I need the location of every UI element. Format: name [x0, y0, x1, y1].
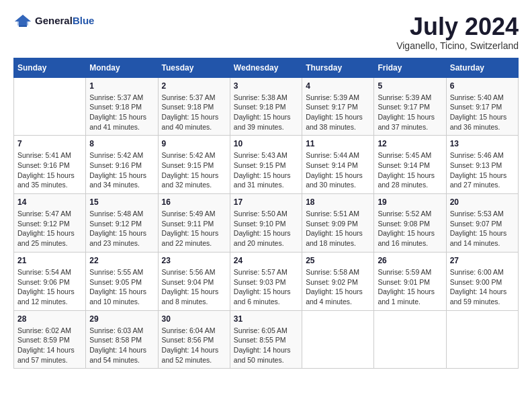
day-number: 30: [162, 314, 226, 324]
calendar-cell: 12Sunrise: 5:45 AM Sunset: 9:14 PM Dayli…: [374, 136, 446, 194]
calendar-cell: 15Sunrise: 5:48 AM Sunset: 9:12 PM Dayli…: [86, 194, 158, 253]
day-info: Sunrise: 5:40 AM Sunset: 9:17 PM Dayligh…: [450, 93, 515, 132]
logo-icon: [13, 13, 32, 28]
calendar-cell: 6Sunrise: 5:40 AM Sunset: 9:17 PM Daylig…: [446, 77, 518, 136]
day-number: 1: [89, 81, 154, 91]
day-number: 6: [450, 81, 515, 91]
day-info: Sunrise: 5:42 AM Sunset: 9:16 PM Dayligh…: [89, 150, 154, 190]
day-number: 11: [306, 139, 370, 148]
day-number: 19: [378, 197, 442, 207]
day-number: 22: [89, 256, 154, 265]
day-number: 9: [162, 139, 226, 148]
calendar-cell: 31Sunrise: 6:05 AM Sunset: 8:55 PM Dayli…: [230, 310, 302, 369]
calendar-cell: 22Sunrise: 5:55 AM Sunset: 9:05 PM Dayli…: [86, 252, 158, 310]
calendar-cell: 10Sunrise: 5:43 AM Sunset: 9:15 PM Dayli…: [230, 136, 302, 194]
day-info: Sunrise: 5:48 AM Sunset: 9:12 PM Dayligh…: [89, 209, 154, 248]
calendar-week-row: 1Sunrise: 5:37 AM Sunset: 9:18 PM Daylig…: [14, 77, 519, 136]
day-number: 20: [450, 197, 515, 207]
day-of-week-header: Friday: [374, 58, 446, 77]
day-info: Sunrise: 5:44 AM Sunset: 9:14 PM Dayligh…: [306, 150, 370, 190]
day-number: 8: [89, 139, 154, 148]
day-info: Sunrise: 5:56 AM Sunset: 9:04 PM Dayligh…: [162, 267, 226, 307]
day-info: Sunrise: 5:46 AM Sunset: 9:13 PM Dayligh…: [450, 150, 515, 190]
calendar-cell: 21Sunrise: 5:54 AM Sunset: 9:06 PM Dayli…: [14, 252, 86, 310]
logo-text: GeneralBlue: [35, 15, 94, 27]
calendar-cell: 27Sunrise: 6:00 AM Sunset: 9:00 PM Dayli…: [446, 252, 518, 310]
day-number: 17: [234, 197, 298, 207]
month-title: July 2024: [396, 13, 519, 40]
calendar-cell: 14Sunrise: 5:47 AM Sunset: 9:12 PM Dayli…: [14, 194, 86, 253]
day-number: 16: [162, 197, 226, 207]
day-info: Sunrise: 5:39 AM Sunset: 9:17 PM Dayligh…: [378, 93, 442, 132]
day-number: 3: [234, 81, 298, 91]
day-info: Sunrise: 5:51 AM Sunset: 9:09 PM Dayligh…: [306, 209, 370, 248]
day-number: 28: [17, 314, 82, 324]
calendar-cell: 19Sunrise: 5:52 AM Sunset: 9:08 PM Dayli…: [374, 194, 446, 253]
calendar-header-row: SundayMondayTuesdayWednesdayThursdayFrid…: [14, 58, 519, 77]
day-info: Sunrise: 5:39 AM Sunset: 9:17 PM Dayligh…: [306, 93, 370, 132]
day-info: Sunrise: 5:52 AM Sunset: 9:08 PM Dayligh…: [378, 209, 442, 248]
logo-general: General: [35, 15, 73, 26]
day-number: 10: [234, 139, 298, 148]
day-info: Sunrise: 6:04 AM Sunset: 8:56 PM Dayligh…: [162, 326, 226, 365]
calendar-cell: 20Sunrise: 5:53 AM Sunset: 9:07 PM Dayli…: [446, 194, 518, 253]
day-info: Sunrise: 5:49 AM Sunset: 9:11 PM Dayligh…: [162, 209, 226, 248]
day-of-week-header: Sunday: [14, 58, 86, 77]
day-info: Sunrise: 5:54 AM Sunset: 9:06 PM Dayligh…: [17, 267, 82, 307]
calendar-cell: 11Sunrise: 5:44 AM Sunset: 9:14 PM Dayli…: [302, 136, 374, 194]
day-of-week-header: Thursday: [302, 58, 374, 77]
day-info: Sunrise: 5:43 AM Sunset: 9:15 PM Dayligh…: [234, 150, 298, 190]
day-number: 13: [450, 139, 515, 148]
day-of-week-header: Tuesday: [158, 58, 230, 77]
day-info: Sunrise: 6:02 AM Sunset: 8:59 PM Dayligh…: [17, 326, 82, 365]
calendar-table: SundayMondayTuesdayWednesdayThursdayFrid…: [13, 58, 519, 369]
day-info: Sunrise: 5:59 AM Sunset: 9:01 PM Dayligh…: [378, 267, 442, 307]
calendar-cell: 25Sunrise: 5:58 AM Sunset: 9:02 PM Dayli…: [302, 252, 374, 310]
day-info: Sunrise: 5:58 AM Sunset: 9:02 PM Dayligh…: [306, 267, 370, 307]
day-number: 23: [162, 256, 226, 265]
calendar-cell: [302, 310, 374, 369]
day-number: 18: [306, 197, 370, 207]
calendar-cell: 18Sunrise: 5:51 AM Sunset: 9:09 PM Dayli…: [302, 194, 374, 253]
calendar-cell: 9Sunrise: 5:42 AM Sunset: 9:15 PM Daylig…: [158, 136, 230, 194]
calendar-cell: 3Sunrise: 5:38 AM Sunset: 9:18 PM Daylig…: [230, 77, 302, 136]
calendar-cell: 5Sunrise: 5:39 AM Sunset: 9:17 PM Daylig…: [374, 77, 446, 136]
title-block: July 2024 Viganello, Ticino, Switzerland: [396, 13, 519, 51]
day-number: 27: [450, 256, 515, 265]
calendar-cell: 8Sunrise: 5:42 AM Sunset: 9:16 PM Daylig…: [86, 136, 158, 194]
day-number: 26: [378, 256, 442, 265]
calendar-cell: 16Sunrise: 5:49 AM Sunset: 9:11 PM Dayli…: [158, 194, 230, 253]
calendar-cell: 29Sunrise: 6:03 AM Sunset: 8:58 PM Dayli…: [86, 310, 158, 369]
calendar-cell: 7Sunrise: 5:41 AM Sunset: 9:16 PM Daylig…: [14, 136, 86, 194]
day-number: 29: [89, 314, 154, 324]
calendar-week-row: 21Sunrise: 5:54 AM Sunset: 9:06 PM Dayli…: [14, 252, 519, 310]
calendar-cell: [446, 310, 518, 369]
calendar-cell: 23Sunrise: 5:56 AM Sunset: 9:04 PM Dayli…: [158, 252, 230, 310]
location: Viganello, Ticino, Switzerland: [396, 40, 519, 51]
day-number: 5: [378, 81, 442, 91]
day-number: 7: [17, 139, 82, 148]
calendar-cell: 17Sunrise: 5:50 AM Sunset: 9:10 PM Dayli…: [230, 194, 302, 253]
calendar-cell: 13Sunrise: 5:46 AM Sunset: 9:13 PM Dayli…: [446, 136, 518, 194]
calendar-cell: 30Sunrise: 6:04 AM Sunset: 8:56 PM Dayli…: [158, 310, 230, 369]
day-info: Sunrise: 5:53 AM Sunset: 9:07 PM Dayligh…: [450, 209, 515, 248]
calendar-cell: 24Sunrise: 5:57 AM Sunset: 9:03 PM Dayli…: [230, 252, 302, 310]
day-number: 14: [17, 197, 82, 207]
day-number: 12: [378, 139, 442, 148]
day-info: Sunrise: 5:45 AM Sunset: 9:14 PM Dayligh…: [378, 150, 442, 190]
calendar-week-row: 14Sunrise: 5:47 AM Sunset: 9:12 PM Dayli…: [14, 194, 519, 253]
day-of-week-header: Saturday: [446, 58, 518, 77]
day-info: Sunrise: 5:41 AM Sunset: 9:16 PM Dayligh…: [17, 150, 82, 190]
calendar-cell: 4Sunrise: 5:39 AM Sunset: 9:17 PM Daylig…: [302, 77, 374, 136]
calendar-cell: 2Sunrise: 5:37 AM Sunset: 9:18 PM Daylig…: [158, 77, 230, 136]
day-info: Sunrise: 6:00 AM Sunset: 9:00 PM Dayligh…: [450, 267, 515, 307]
logo-blue: Blue: [73, 15, 95, 26]
svg-marker-1: [15, 15, 31, 26]
day-number: 25: [306, 256, 370, 265]
day-number: 4: [306, 81, 370, 91]
calendar-week-row: 7Sunrise: 5:41 AM Sunset: 9:16 PM Daylig…: [14, 136, 519, 194]
day-info: Sunrise: 6:05 AM Sunset: 8:55 PM Dayligh…: [234, 326, 298, 365]
day-info: Sunrise: 5:38 AM Sunset: 9:18 PM Dayligh…: [234, 93, 298, 132]
calendar-week-row: 28Sunrise: 6:02 AM Sunset: 8:59 PM Dayli…: [14, 310, 519, 369]
calendar-cell: [14, 77, 86, 136]
